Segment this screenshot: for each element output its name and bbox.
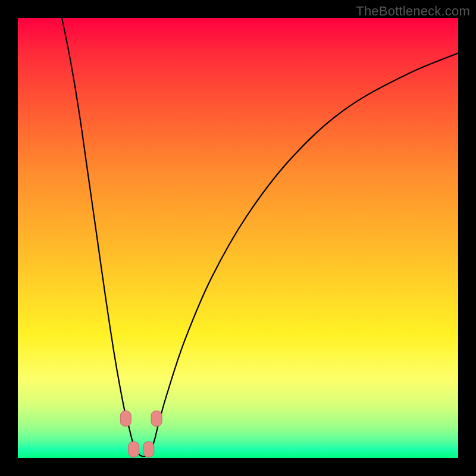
chart-frame: TheBottleneck.com — [0, 0, 476, 476]
attribution-label: TheBottleneck.com — [356, 4, 470, 19]
curve-marker — [120, 411, 131, 426]
bottleneck-curve — [62, 18, 458, 456]
chart-svg — [18, 18, 458, 458]
curve-marker — [143, 441, 154, 457]
curve-marker — [151, 411, 162, 426]
plot-area — [18, 18, 458, 458]
curve-marker — [129, 441, 139, 457]
